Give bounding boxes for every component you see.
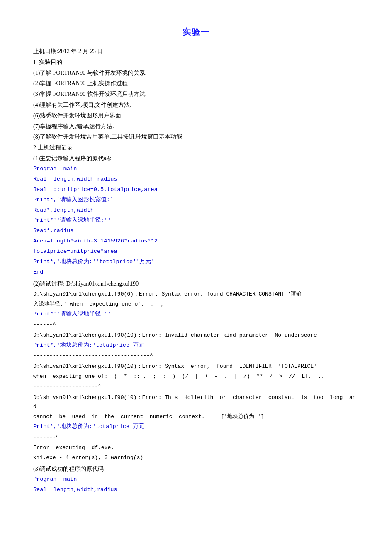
error4-line1: D:\shiyan01\xm1\chengxul.f90(10)：Error: … [33,393,359,411]
error2-dashes: ------------------------------------^ [33,351,359,360]
subsection2-header: (2)调试过程: D:\shiyan01\xm1\chengxul.f90 [33,279,359,289]
error-block-1: D:\shiyan01\xm1\chengxul.f90(6)：Error: S… [33,290,359,329]
error1-marker1: ------^ [33,320,359,329]
objective-7: (8)了解软件开发环境常用菜单,工具按钮,环境窗口基本功能. [33,132,359,142]
code-block-1: Program main Real length,width,radius Re… [33,164,359,277]
error1-line1: D:\shiyan01\xm1\chengxul.f90(6)：Error: S… [33,290,359,299]
error4-code1: Print*,'地块总价为:'totalprice'万元 [33,422,359,432]
error3-dashes: --------------------^ [33,382,359,391]
code-line-10: Print*,'地块总价为:''totalprice''万元' [33,257,359,267]
objective-1: (1)了解 FORTRAN90 与软件开发环境的关系. [33,68,359,78]
error1-line2: 入绿地半径:' when expecting one of: , ; [33,300,359,309]
code-line-2: Real length,width,radius [33,175,359,184]
code-line-5: Read*,length,width [33,206,359,215]
error1-code1: Print*''请输入绿地半径:'' [33,310,359,319]
error3-line2: when expecting one of: ( * :: , ; : ) (/… [33,372,359,381]
code-line-9: Totalprice=unitprice*area [33,247,359,257]
code-line-3: Real ::unitprice=0.5,totalprice,area [33,185,359,195]
error4-line2: cannot be used in the current numeric co… [33,412,359,421]
error-exec-block: Error executing df.exe. xm1.exe - 4 erro… [33,443,359,462]
error-exec-2: xm1.exe - 4 error(s), 0 warning(s) [33,453,359,462]
error4-marker: -------^ [33,433,359,442]
subsection3-header: (3)调试成功的程序的原代码 [33,464,359,474]
page-title: 实验一 [33,25,359,39]
objective-6: (7)掌握程序输入,编译,运行方法. [33,122,359,132]
section2-header: 2 上机过程记录 [33,143,359,153]
code-line-6: Print*''请输入绿地半径:'' [33,216,359,225]
objective-2: (2)掌握 FORTRAN90 上机实操作过程 [33,78,359,88]
objectives-list: (1)了解 FORTRAN90 与软件开发环境的关系. (2)掌握 FORTRA… [33,68,359,142]
error2-code1: Print*,'地块总价为:'totalprice'万元 [33,341,359,350]
code-line-8: Area=length*width-3.1415926*radius**2 [33,237,359,246]
code-line-1: Program main [33,164,359,174]
code-line-11: End [33,268,359,277]
code-block-2: Program main Real length,width,radius [33,475,359,495]
code-line-7: Read*,radius [33,226,359,236]
objective-4: (4)理解有关工作区,项目,文件创建方法. [33,100,359,110]
subsection1-header: (1)主要记录输入程序的原代码: [33,154,359,164]
error-block-4: D:\shiyan01\xm1\chengxul.f90(10)：Error: … [33,393,359,442]
code2-line-1: Program main [33,475,359,484]
error-block-3: D:\shiyan01\xm1\chengxul.f90(10)：Error: … [33,362,359,391]
code2-line-2: Real length,width,radius [33,485,359,495]
error3-line1: D:\shiyan01\xm1\chengxul.f90(10)：Error: … [33,362,359,371]
error-block-2: D:\shiyan01\xm1\chengxul.f90(10)：Error: … [33,331,359,360]
objective-5: (6)熟悉软件开发环境图形用户界面. [33,111,359,121]
error2-line1: D:\shiyan01\xm1\chengxul.f90(10)：Error: … [33,331,359,340]
meta-date: 上机日期:2012 年 2 月 23 日 [33,46,359,56]
code-line-4: Print*,`请输入图形长宽值:` [33,196,359,205]
objective-3: (3)掌握 FORTRAN90 软件开发环境启动方法. [33,89,359,99]
error-exec-1: Error executing df.exe. [33,443,359,452]
section1-header: 1. 实验目的: [33,57,359,67]
